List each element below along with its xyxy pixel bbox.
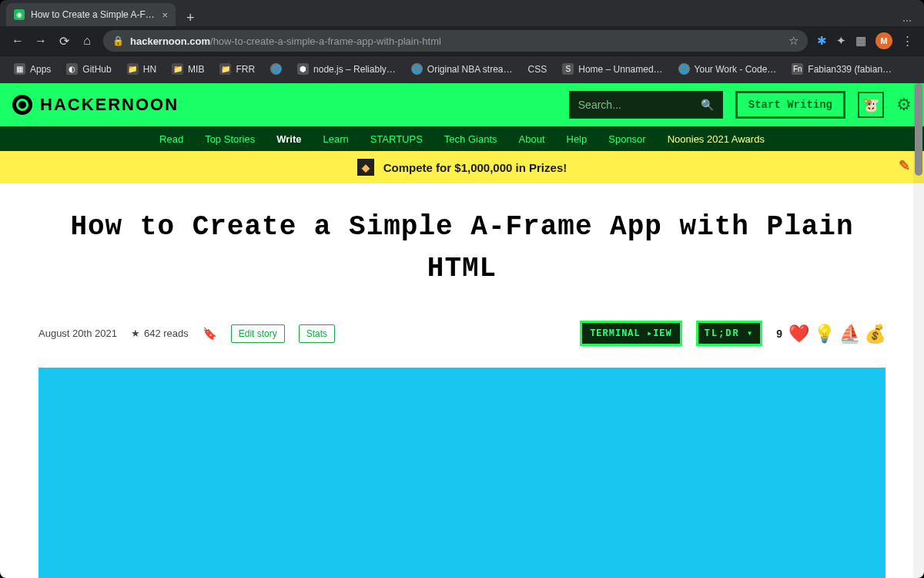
search-icon[interactable]: 🔍 <box>701 99 714 111</box>
article-title: How to Create a Simple A-Frame App with … <box>38 207 886 290</box>
nav-link[interactable]: Top Stories <box>205 133 255 145</box>
site-header: HACKERNOON Search... 🔍 Start Writing 🐮 ⚙ <box>0 83 924 126</box>
bookmark-item[interactable]: ⬢node.js – Reliably… <box>291 60 402 78</box>
bookmark-item[interactable]: FnFabian339 (fabian… <box>785 60 898 78</box>
vertical-scrollbar[interactable] <box>913 83 924 578</box>
bookmark-icon: ◐ <box>66 63 78 75</box>
nav-link[interactable]: STARTUPS <box>370 133 423 145</box>
browser-chrome: ◉ How to Create a Simple A-Fra… × + ⋯ ← … <box>0 0 924 83</box>
kebab-menu-icon[interactable]: ⋮ <box>902 34 913 48</box>
bookmark-label: Your Work - Code… <box>695 64 777 75</box>
article-meta-row: August 20th 2021 ★ 642 reads 🔖 Edit stor… <box>38 321 886 346</box>
bookmark-icon: 📁 <box>172 63 183 75</box>
banner-text: Compete for $1,000,000 in Prizes! <box>383 161 567 174</box>
mascot-icon[interactable]: 🐮 <box>858 92 884 118</box>
bookmark-label: MIB <box>188 64 204 75</box>
extension-puzzle-icon[interactable]: ✦ <box>836 34 846 48</box>
logo-mark-icon <box>12 95 32 115</box>
start-writing-button[interactable]: Start Writing <box>735 91 845 119</box>
bookmark-label: FRR <box>236 64 255 75</box>
site-logo[interactable]: HACKERNOON <box>12 95 179 115</box>
bookmark-item[interactable]: 📁MIB <box>166 60 210 78</box>
page-viewport: HACKERNOON Search... 🔍 Start Writing 🐮 ⚙… <box>0 83 924 578</box>
site-search[interactable]: Search... 🔍 <box>569 91 723 119</box>
window-more-icon[interactable]: ⋯ <box>902 15 912 26</box>
nav-link[interactable]: Sponsor <box>608 133 645 145</box>
tldr-button[interactable]: TL;DR ▾ <box>696 321 762 346</box>
scrollbar-thumb[interactable] <box>915 83 922 176</box>
bookmark-item[interactable]: 🌐Original NBA strea… <box>405 60 519 78</box>
home-button[interactable]: ⌂ <box>80 34 94 48</box>
heart-icon[interactable]: ❤️ <box>788 324 809 344</box>
settings-gear-icon[interactable]: ⚙ <box>896 95 912 115</box>
bookmark-icon: Fn <box>792 63 803 75</box>
bookmark-icon: 📁 <box>219 63 231 75</box>
article-reads: ★ 642 reads <box>131 328 189 339</box>
browser-tab[interactable]: ◉ How to Create a Simple A-Fra… × <box>6 3 176 26</box>
tab-title: How to Create a Simple A-Fra… <box>31 9 156 20</box>
bookmark-icon: S <box>562 63 574 75</box>
bookmark-icon: 📁 <box>127 63 139 75</box>
extension-menu-icon[interactable]: ▦ <box>855 34 866 48</box>
boat-icon[interactable]: ⛵ <box>839 324 860 344</box>
reads-count: 642 reads <box>144 328 189 339</box>
bookmarks-bar: ▦Apps◐GitHub📁HN📁MIB📁FRR🌐⬢node.js – Relia… <box>0 55 924 82</box>
bookmark-label: Home – Unnamed… <box>578 64 662 75</box>
new-tab-button[interactable]: + <box>180 10 201 26</box>
nav-link[interactable]: Help <box>567 133 588 145</box>
bookmark-label: CSS <box>528 64 547 75</box>
terminal-view-button[interactable]: TERMINAL ▸IEW <box>580 321 682 346</box>
site-nav: ReadTop StoriesWriteLearnSTARTUPSTech Gi… <box>0 126 924 151</box>
bookmark-item[interactable]: 📁HN <box>121 60 162 78</box>
lightbulb-icon[interactable]: 💡 <box>814 324 835 344</box>
bookmark-label: Apps <box>30 64 51 75</box>
bookmark-item[interactable]: 🌐 <box>264 60 288 78</box>
bookmark-icon[interactable]: 🔖 <box>203 327 217 341</box>
bookmark-label: Original NBA strea… <box>427 64 513 75</box>
bookmark-item[interactable]: CSS <box>522 61 554 78</box>
bookmark-label: node.js – Reliably… <box>313 64 396 75</box>
bookmark-item[interactable]: ◐GitHub <box>60 60 117 78</box>
bookmark-icon: ⬢ <box>297 63 309 75</box>
url-path: /how-to-create-a-simple-a-frame-app-with… <box>210 35 441 47</box>
nav-link[interactable]: Write <box>276 133 301 145</box>
profile-avatar[interactable]: M <box>875 32 892 49</box>
nav-link[interactable]: Read <box>159 133 183 145</box>
bookmark-icon: 🌐 <box>411 63 423 75</box>
reaction-count: 9 <box>776 328 782 340</box>
star-icon: ★ <box>131 328 140 339</box>
bookmark-item[interactable]: 📁FRR <box>213 60 261 78</box>
browser-toolbar: ← → ⟳ ⌂ 🔒 hackernoon.com/how-to-create-a… <box>0 26 924 55</box>
stats-button[interactable]: Stats <box>299 324 335 343</box>
favicon-icon: ◉ <box>14 9 25 20</box>
promo-banner[interactable]: ◆ Compete for $1,000,000 in Prizes! ✎ <box>0 151 924 183</box>
bookmark-item[interactable]: ▦Apps <box>8 60 57 78</box>
bookmark-label: GitHub <box>82 64 111 75</box>
logo-text: HACKERNOON <box>40 95 179 115</box>
nav-link[interactable]: Noonies 2021 Awards <box>668 133 765 145</box>
address-bar[interactable]: 🔒 hackernoon.com/how-to-create-a-simple-… <box>103 30 808 52</box>
nav-link[interactable]: About <box>519 133 545 145</box>
url-host: hackernoon.com <box>130 35 210 47</box>
reactions: 9 ❤️ 💡 ⛵ 💰 <box>776 324 886 344</box>
bookmark-icon: 🌐 <box>270 63 282 75</box>
bookmark-label: HN <box>143 64 156 75</box>
back-button[interactable]: ← <box>11 34 25 48</box>
reload-button[interactable]: ⟳ <box>57 34 71 49</box>
banner-corner-icon: ✎ <box>899 157 910 174</box>
nav-link[interactable]: Learn <box>323 133 348 145</box>
nav-link[interactable]: Tech Giants <box>444 133 497 145</box>
bookmark-item[interactable]: 🌐Your Work - Code… <box>672 60 783 78</box>
bookmark-item[interactable]: SHome – Unnamed… <box>556 60 668 78</box>
forward-button[interactable]: → <box>34 34 48 48</box>
tab-strip: ◉ How to Create a Simple A-Fra… × + ⋯ <box>0 0 924 26</box>
edit-story-button[interactable]: Edit story <box>231 324 285 343</box>
close-tab-icon[interactable]: × <box>162 9 168 21</box>
moneybag-icon[interactable]: 💰 <box>865 324 886 344</box>
lock-icon: 🔒 <box>112 35 124 46</box>
hero-image <box>38 368 886 578</box>
bookmark-label: Fabian339 (fabian… <box>808 64 892 75</box>
extension-icon[interactable]: ✱ <box>817 34 827 48</box>
bookmark-icon: 🌐 <box>678 63 690 75</box>
bookmark-star-icon[interactable]: ☆ <box>788 34 798 48</box>
